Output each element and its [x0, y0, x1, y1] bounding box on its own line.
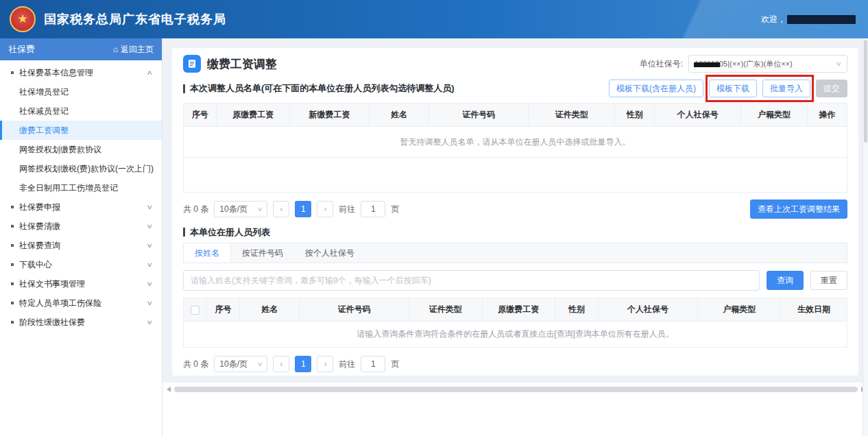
staff-table-body: 请输入查询条件查询符合条件的在册人员或者直接点击[查询]查询本单位所有在册人员。: [183, 322, 847, 348]
page-label: 页: [391, 204, 399, 215]
page-label: 页: [391, 359, 399, 370]
staff-search-row: 查询 重置: [183, 270, 847, 291]
col-gender: 性别: [615, 104, 655, 127]
adjust-list-section-title: 本次调整人员名单(可在下面的本单位在册人员列表勾选待调整人员): [183, 82, 455, 95]
reset-button[interactable]: 重置: [810, 271, 847, 290]
scroll-left-arrow[interactable]: [167, 387, 171, 392]
sidebar-group-declare[interactable]: 社保费申报 ∨: [0, 197, 162, 217]
prev-page-button[interactable]: ‹: [273, 201, 289, 217]
col-old-wage: 原缴费工资: [217, 104, 289, 127]
horizontal-scroll-thumb[interactable]: [174, 387, 858, 392]
next-page-button[interactable]: ›: [317, 356, 333, 372]
col-name: 姓名: [370, 104, 429, 127]
next-page-button[interactable]: ›: [317, 201, 333, 217]
view-last-adjust-result-button[interactable]: 查看上次工资调整结果: [750, 199, 847, 219]
chevron-down-icon: ∨: [256, 361, 263, 367]
submit-button[interactable]: 提交: [816, 80, 847, 97]
user-name-redacted[interactable]: [787, 15, 856, 24]
vertical-scrollbar[interactable]: [863, 38, 868, 436]
sidebar-menu: 社保费基本信息管理 ∧ 社保增员登记 社保减员登记 缴费工资调整 网签授权划缴费…: [0, 60, 162, 332]
company-ssn-label: 单位社保号:: [640, 58, 683, 70]
vertical-scroll-thumb[interactable]: [864, 40, 867, 143]
col-id-number: 证件号码: [300, 298, 409, 322]
tab-by-id-number[interactable]: 按证件号码: [231, 243, 294, 263]
national-emblem-logo: ★: [10, 6, 36, 32]
template-download-with-staff-button[interactable]: 模板下载(含在册人员): [609, 80, 703, 97]
name-search-input[interactable]: [183, 270, 760, 291]
goto-label: 前往: [339, 359, 355, 370]
sidebar-group-basic-info[interactable]: 社保费基本信息管理 ∧: [0, 63, 162, 82]
search-button[interactable]: 查询: [767, 271, 804, 290]
star-icon: ★: [17, 13, 27, 25]
select-all-checkbox[interactable]: [191, 306, 200, 315]
total-count: 共 0 条: [183, 359, 208, 370]
app-root: ★ 国家税务总局广东省电子税务局 欢迎， 社保费 ⌂ 返回主页 社保费基本信息管…: [0, 0, 868, 436]
template-download-button[interactable]: 模板下载: [709, 80, 757, 97]
sidebar-group-query[interactable]: 社保费查询 ∨: [0, 236, 162, 255]
sidebar-item-remove-member[interactable]: 社保减员登记: [0, 101, 162, 121]
col-seq: 序号: [206, 298, 239, 322]
sidebar-group-settle[interactable]: 社保费清缴 ∨: [0, 217, 162, 236]
adjust-empty-message: 暂无待调整人员名单，请从本单位在册人员中选择或批量导入。: [184, 127, 847, 158]
welcome-text: 欢迎，: [761, 14, 786, 25]
redaction-bar: [694, 62, 720, 67]
back-home-link[interactable]: ⌂ 返回主页: [113, 44, 154, 56]
back-home-label: 返回主页: [121, 44, 154, 56]
wage-adjust-card: 缴费工资调整 单位社保号: 10011005|(××)(广东)(单位××) ∨: [172, 48, 858, 376]
goto-page-input[interactable]: [361, 201, 385, 217]
company-ssn-select[interactable]: 10011005|(××)(广东)(单位××) ∨: [688, 55, 847, 73]
adjust-pagination-row: 共 0 条 10条/页 ∨ ‹ 1 › 前往 页 查看上: [183, 199, 847, 219]
chevron-up-icon: ∧: [147, 69, 154, 76]
staff-pagination: 共 0 条 10条/页 ∨ ‹ 1 › 前往 页: [183, 356, 399, 372]
col-household-type: 户籍类型: [741, 104, 808, 127]
wage-adjust-page-icon: [183, 55, 201, 73]
page-size-select[interactable]: 10条/页 ∨: [214, 201, 267, 217]
tab-by-name[interactable]: 按姓名: [184, 243, 231, 263]
col-personal-ssn: 个人社保号: [655, 104, 741, 127]
sidebar-group-download-center[interactable]: 下载中心 ∨: [0, 255, 162, 274]
adjust-table-header-row: 序号 原缴费工资 新缴费工资 姓名 证件号码 证件类型 性别 个人社保号 户籍类…: [184, 104, 847, 127]
adjust-table: 序号 原缴费工资 新缴费工资 姓名 证件号码 证件类型 性别 个人社保号 户籍类…: [183, 103, 847, 127]
sidebar-group-deferred-payment[interactable]: 阶段性缓缴社保费 ∨: [0, 313, 162, 332]
col-checkbox: [184, 298, 207, 322]
col-gender: 性别: [555, 298, 599, 322]
adjust-pagination: 共 0 条 10条/页 ∨ ‹ 1 › 前往 页: [183, 201, 399, 217]
staff-list-section-title: 本单位在册人员列表: [183, 227, 847, 237]
col-personal-ssn: 个人社保号: [598, 298, 697, 322]
chevron-down-icon: ∨: [147, 300, 154, 306]
sidebar: 社保费 ⌂ 返回主页 社保费基本信息管理 ∧ 社保增员登记 社保减员登记 缴费工…: [0, 38, 162, 436]
col-effective-date: 生效日期: [781, 298, 847, 322]
prev-page-button[interactable]: ‹: [273, 356, 289, 372]
sidebar-group-document-manage[interactable]: 社保文书事项管理 ∨: [0, 274, 162, 293]
goto-label: 前往: [339, 204, 355, 215]
chevron-down-icon: ∨: [147, 280, 154, 287]
page-size-select[interactable]: 10条/页 ∨: [214, 356, 267, 372]
user-area: 欢迎，: [761, 14, 856, 25]
tab-by-personal-ssn[interactable]: 按个人社保号: [294, 243, 365, 263]
chevron-down-icon: ∨: [147, 223, 154, 230]
staff-empty-message: 请输入查询条件查询符合条件的在册人员或者直接点击[查询]查询本单位所有在册人员。: [184, 322, 847, 347]
sidebar-group-special-injury-insurance[interactable]: 特定人员单项工伤保险 ∨: [0, 293, 162, 313]
col-name: 姓名: [240, 298, 300, 322]
current-page[interactable]: 1: [295, 201, 311, 217]
home-icon: ⌂: [113, 45, 118, 54]
staff-search-tabs: 按姓名 按证件号码 按个人社保号: [183, 243, 847, 263]
sidebar-item-esign-fee-agreement[interactable]: 网签授权划缴费款协议: [0, 140, 162, 159]
page-title: 缴费工资调整: [207, 56, 277, 72]
goto-page-input[interactable]: [361, 356, 385, 372]
batch-import-button[interactable]: 批量导入: [762, 80, 810, 97]
col-id-type: 证件类型: [409, 298, 482, 322]
sidebar-item-wage-adjust-active[interactable]: 缴费工资调整: [0, 121, 162, 140]
sidebar-item-parttime-injury-register[interactable]: 非全日制用工工伤增员登记: [0, 178, 162, 197]
chevron-down-icon: ∨: [147, 319, 154, 326]
horizontal-scrollbar[interactable]: [162, 384, 868, 395]
chevron-down-icon: ∨: [836, 60, 842, 67]
current-page[interactable]: 1: [295, 356, 311, 372]
sidebar-item-esign-tax-agreement[interactable]: 网签授权划缴税(费)款协议(一次上门): [0, 159, 162, 178]
top-header: ★ 国家税务总局广东省电子税务局 欢迎，: [0, 0, 868, 38]
staff-table: 序号 姓名 证件号码 证件类型 原缴费工资 性别 个人社保号 户籍类型 生效日期: [183, 298, 847, 322]
company-ssn-area: 单位社保号: 10011005|(××)(广东)(单位××) ∨: [640, 55, 847, 73]
adjust-section-header: 本次调整人员名单(可在下面的本单位在册人员列表勾选待调整人员) 模板下载(含在册…: [183, 80, 847, 97]
sidebar-item-add-member[interactable]: 社保增员登记: [0, 82, 162, 101]
main-column: 缴费工资调整 单位社保号: 10011005|(××)(广东)(单位××) ∨: [162, 38, 868, 436]
